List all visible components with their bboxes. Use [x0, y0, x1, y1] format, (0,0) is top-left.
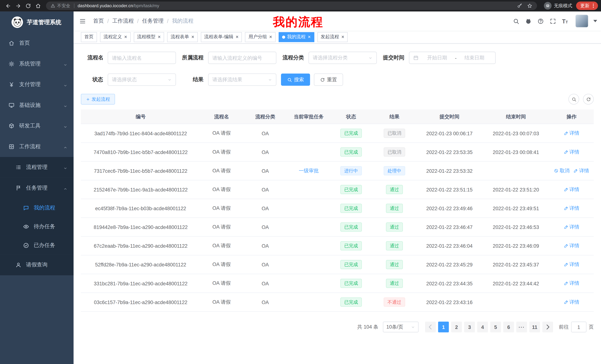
cell-actions: 详情 [549, 124, 594, 143]
search-button[interactable] [511, 16, 521, 26]
sidebar-item-process-mgmt[interactable]: 流程管理 [0, 157, 74, 178]
fullscreen-button[interactable] [548, 16, 558, 26]
time-daterange[interactable]: 开始日期-结束日期 [409, 52, 496, 64]
sidebar-item-leave-query[interactable]: 请假查询 [0, 255, 74, 275]
page-button-2[interactable]: 2 [451, 322, 462, 333]
reload-button[interactable] [23, 1, 33, 11]
more-pages-button[interactable]: ··· [516, 322, 527, 333]
user-icon [15, 262, 21, 268]
cell-current-task [288, 124, 330, 143]
close-icon[interactable]: × [341, 35, 344, 39]
breadcrumb-item[interactable]: 任务管理 [142, 18, 164, 25]
toggle-search-button[interactable] [569, 94, 579, 105]
detail-link[interactable]: 详情 [564, 130, 580, 137]
sidebar-item-infrastructure[interactable]: 基础设施 [0, 95, 74, 115]
detail-link[interactable]: 详情 [573, 167, 589, 174]
sidebar-item-payment[interactable]: 支付管理 [0, 74, 74, 95]
sidebar-item-my-process[interactable]: 我的流程 [0, 198, 74, 217]
hamburger-button[interactable] [74, 18, 91, 24]
category-select[interactable]: 请选择流程分类 [309, 52, 377, 64]
close-icon[interactable]: × [236, 35, 239, 39]
github-button[interactable] [523, 16, 533, 26]
detail-link[interactable]: 详情 [564, 224, 580, 230]
close-icon[interactable]: × [124, 35, 127, 39]
task-link[interactable]: 一级审批 [299, 167, 319, 174]
sidebar-item-dev-tools[interactable]: 研发工具 [0, 115, 74, 136]
breadcrumb-item[interactable]: 工作流程 [112, 18, 134, 25]
caret-down-icon[interactable] [593, 20, 597, 22]
sidebar-item-workflow[interactable]: 工作流程 [0, 136, 74, 157]
page-button-5[interactable]: 5 [490, 322, 501, 333]
tab-process-form-edit[interactable]: 流程表单-编辑× [201, 32, 242, 42]
cell-submit-time: 2022-01-22 23:51:15 [416, 180, 482, 199]
breadcrumb-item[interactable]: 首页 [93, 18, 104, 25]
avatar[interactable] [575, 14, 588, 28]
cancel-link[interactable]: 取消 [554, 167, 570, 174]
forward-button[interactable] [13, 1, 23, 11]
next-page-button[interactable] [542, 322, 553, 333]
sidebar-item-task-mgmt[interactable]: 任务管理 [0, 178, 74, 198]
menu-dots-icon[interactable] [591, 3, 596, 9]
create-process-button[interactable]: 发起流程 [81, 94, 115, 105]
update-button[interactable]: 更新 [576, 1, 598, 10]
process-input-field[interactable] [212, 55, 272, 61]
page-size-select[interactable]: 10条/页 [383, 322, 419, 333]
detail-link[interactable]: 详情 [564, 186, 580, 193]
close-icon[interactable]: × [158, 35, 161, 39]
sidebar-item-home[interactable]: 首页 [0, 33, 74, 53]
bookmark-star-icon[interactable] [527, 3, 532, 9]
tab-my-process[interactable]: 我的流程× [279, 32, 314, 42]
page-button-1[interactable]: 1 [438, 322, 449, 333]
back-button[interactable] [3, 1, 13, 11]
page-button-6[interactable]: 6 [503, 322, 514, 333]
address-bar[interactable]: 不安全 dashboard.yudao.iocoder.cn/bpm/task/… [46, 1, 537, 10]
incognito-icon [545, 3, 550, 8]
detail-link[interactable]: 详情 [564, 242, 580, 249]
detail-link[interactable]: 详情 [564, 149, 580, 155]
detail-link[interactable]: 详情 [564, 299, 580, 306]
cell-end-time: 2022-01-22 23:46:53 [482, 218, 549, 236]
search-button[interactable]: 搜索 [281, 74, 310, 86]
sidebar-item-system[interactable]: 系统管理 [0, 54, 74, 74]
tab-process-model[interactable]: 流程模型× [133, 32, 164, 42]
list-icon [15, 164, 21, 170]
key-icon[interactable] [517, 3, 522, 9]
prev-page-button[interactable] [425, 322, 436, 333]
detail-link[interactable]: 详情 [564, 261, 580, 268]
font-size-button[interactable]: TT [560, 16, 570, 26]
sidebar-item-todo-tasks[interactable]: 待办任务 [0, 217, 74, 236]
sidebar-item-label: 系统管理 [19, 60, 41, 67]
process-input[interactable] [208, 52, 276, 64]
close-icon[interactable]: × [308, 35, 311, 39]
reset-button[interactable]: 重置 [314, 74, 343, 86]
tab-process-form[interactable]: 流程表单× [167, 32, 198, 42]
name-input[interactable] [108, 52, 176, 64]
refresh-table-button[interactable] [583, 94, 594, 105]
table-row: 819442e8-7b9a-11ec-a290-acde48001122OA 请… [81, 218, 594, 237]
sidebar-item-label: 首页 [19, 40, 30, 47]
detail-link[interactable]: 详情 [564, 205, 580, 212]
sidebar-item-done-tasks[interactable]: 已办任务 [0, 236, 74, 255]
page-button-11[interactable]: 11 [529, 322, 540, 333]
page-button-3[interactable]: 3 [464, 322, 475, 333]
edit-icon [564, 262, 568, 267]
app-logo[interactable]: 芋道管理系统 [0, 11, 74, 33]
close-icon[interactable]: × [269, 35, 272, 39]
sidebar-item-label: 请假查询 [26, 262, 48, 268]
filter-category: 流程分类请选择流程分类 [276, 52, 377, 64]
help-button[interactable] [535, 16, 545, 26]
result-select[interactable]: 请选择流结果 [208, 74, 276, 86]
close-icon[interactable]: × [191, 35, 194, 39]
tab-home[interactable]: 首页 [81, 32, 97, 42]
page-button-4[interactable]: 4 [477, 322, 488, 333]
cell-actions: 详情 [549, 274, 594, 293]
status-select[interactable]: 请选择状态 [108, 74, 176, 86]
name-input-field[interactable] [112, 55, 172, 61]
goto-page-input[interactable] [571, 322, 587, 333]
detail-link[interactable]: 详情 [564, 280, 580, 287]
tab-start-process[interactable]: 发起流程× [317, 32, 348, 42]
tab-user-group[interactable]: 用户分组× [245, 32, 276, 42]
cell-submit-time: 2022-01-22 23:53:35 [416, 143, 482, 161]
home-button[interactable] [33, 1, 43, 11]
tab-process-definition[interactable]: 流程定义× [100, 32, 130, 42]
